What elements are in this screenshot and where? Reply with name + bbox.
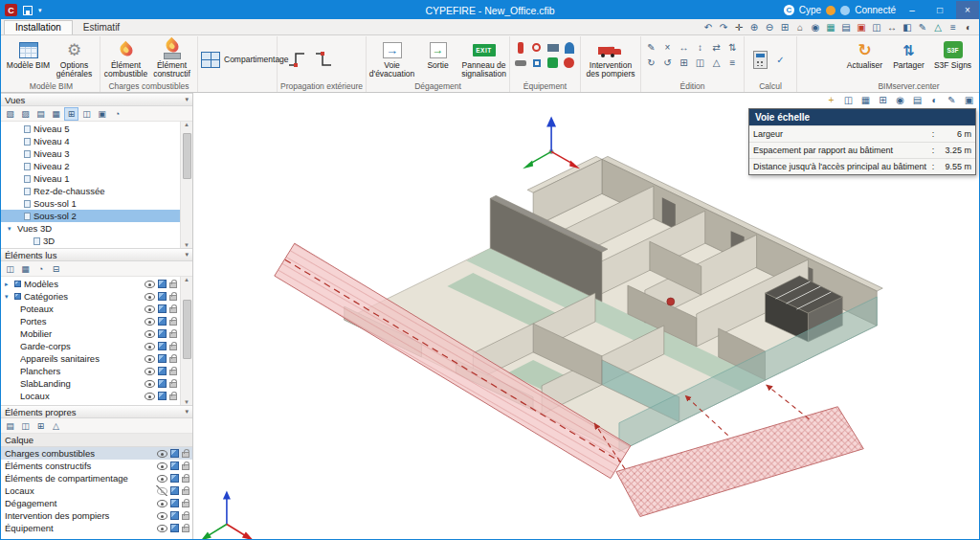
copy-icon[interactable]: ⊞ xyxy=(677,56,691,70)
tree-item-locaux[interactable]: Locaux xyxy=(1,390,180,402)
collapse-icon[interactable]: ▾ xyxy=(185,408,189,416)
tree-item-sous-sol-1[interactable]: Sous-sol 1 xyxy=(1,197,180,210)
expander-icon[interactable]: ▾ xyxy=(8,225,14,233)
zoom-extents-icon[interactable]: ⌂ xyxy=(793,20,807,34)
redo-icon[interactable]: ↷ xyxy=(717,20,730,34)
layer-row-elements-compartimentage[interactable]: Éléments de compartimentage xyxy=(1,472,192,484)
move-v-icon[interactable]: ↕ xyxy=(693,40,707,55)
detector-icon[interactable] xyxy=(529,56,544,70)
intervention-pompiers-button[interactable]: Intervention des pompiers xyxy=(584,37,637,81)
lock-icon[interactable] xyxy=(169,357,177,363)
roof-section-icon[interactable] xyxy=(313,50,334,69)
panneau-signalisation-button[interactable]: EXIT Panneau de signalisation xyxy=(461,37,506,81)
edit-icon[interactable]: ✎ xyxy=(916,20,929,34)
vues-scrollbar[interactable]: ▲▼ xyxy=(180,122,192,248)
eye-off-icon[interactable] xyxy=(156,485,167,496)
frame-icon[interactable]: ▣ xyxy=(963,94,975,106)
eye-icon[interactable] xyxy=(144,279,155,289)
camera-icon[interactable] xyxy=(546,40,560,55)
lock-all-icon[interactable]: ⊟ xyxy=(49,262,63,276)
layer-warning-icon[interactable]: △ xyxy=(49,419,63,433)
expand-all-icon[interactable]: ◫ xyxy=(3,262,17,276)
quick-access-caret-icon[interactable]: ▾ xyxy=(38,7,42,14)
cube-icon[interactable] xyxy=(158,317,167,326)
eye-icon[interactable] xyxy=(144,366,155,376)
3d-viewport[interactable]: + ◫ ▦ ⊞ ◉ ▤ ◐ ✎ ▣ Voie échelle Largeur :… xyxy=(193,93,979,539)
lock-icon[interactable] xyxy=(169,295,177,301)
hose-reel-icon[interactable] xyxy=(529,40,544,55)
layer-add-icon[interactable]: ⊞ xyxy=(33,419,48,433)
cube-icon[interactable] xyxy=(158,304,167,313)
options-generales-button[interactable]: ⚙ Options générales xyxy=(52,37,97,81)
layer-list-icon[interactable]: ▤ xyxy=(3,419,17,433)
minimize-button[interactable]: – xyxy=(901,1,924,19)
hydrant-icon[interactable] xyxy=(562,56,576,70)
collapse-all-icon[interactable]: ▦ xyxy=(18,262,33,276)
help-icon[interactable]: ◐ xyxy=(962,20,975,34)
lock-icon[interactable] xyxy=(169,382,177,388)
cube-icon[interactable] xyxy=(170,511,179,520)
3d-view-icon[interactable]: △ xyxy=(931,20,945,34)
notifications-icon[interactable] xyxy=(840,6,850,15)
layer-row-equipement[interactable]: Équipement xyxy=(1,522,192,534)
elements-propres-panel-header[interactable]: Éléments propres ▾ xyxy=(1,405,192,418)
layer-row-charges-combustibles[interactable]: Charges combustibles xyxy=(1,447,192,460)
cube-icon[interactable] xyxy=(170,486,179,495)
zoom-in-icon[interactable]: ⊕ xyxy=(747,20,761,34)
tab-installation[interactable]: Installation xyxy=(4,20,73,34)
previous-view-icon[interactable]: ◉ xyxy=(809,20,822,34)
view-clock-icon[interactable]: ◔ xyxy=(110,107,124,121)
tree-item-niveau-5[interactable]: Niveau 5 xyxy=(1,123,180,135)
lock-icon[interactable] xyxy=(182,489,189,495)
save-icon[interactable] xyxy=(23,6,33,15)
box-view-icon[interactable]: ◫ xyxy=(842,94,855,106)
cube-icon[interactable] xyxy=(158,379,167,388)
undo-icon[interactable]: ↶ xyxy=(702,20,715,34)
view-filter2-icon[interactable]: ▨ xyxy=(18,107,33,121)
view-plan-icon[interactable]: ▤ xyxy=(33,107,48,121)
tree-item-sous-sol-2-selected[interactable]: Sous-sol 2 xyxy=(1,210,180,222)
lock-icon[interactable] xyxy=(169,320,177,326)
tree-item-vues-3d[interactable]: ▾Vues 3D xyxy=(1,222,180,235)
lock-icon[interactable] xyxy=(169,345,177,350)
check-results-icon[interactable]: ✓ xyxy=(773,53,788,67)
building-model[interactable] xyxy=(345,156,883,451)
elements-lus-scrollbar[interactable]: ▲▼ xyxy=(180,277,192,405)
eye-icon[interactable] xyxy=(144,291,155,302)
collapse-icon[interactable]: ▾ xyxy=(185,251,189,259)
eye-icon[interactable] xyxy=(156,510,167,521)
eye-icon[interactable] xyxy=(144,328,155,339)
expander-icon[interactable]: ▾ xyxy=(5,293,11,301)
layer-row-locaux[interactable]: Locaux xyxy=(1,484,192,497)
list-icon[interactable]: ≡ xyxy=(947,20,960,34)
dry-column-icon[interactable] xyxy=(513,56,527,70)
layer-row-degagement[interactable]: Dégagement xyxy=(1,497,192,509)
visibility-all-icon[interactable]: ◔ xyxy=(33,262,48,276)
measure-icon[interactable]: ↔ xyxy=(885,20,899,34)
compartimentage-button[interactable]: Compartimentage xyxy=(201,37,274,81)
app-logo-icon[interactable]: C xyxy=(5,4,17,16)
view-grid-icon[interactable]: ▦ xyxy=(49,107,63,121)
cube-icon[interactable] xyxy=(158,354,167,363)
actualiser-button[interactable]: ↻ Actualiser xyxy=(843,37,886,81)
account-name[interactable]: Cype xyxy=(799,5,821,15)
eye-icon[interactable] xyxy=(144,316,155,326)
list-edit-icon[interactable]: ≡ xyxy=(725,56,740,70)
cube-icon[interactable] xyxy=(170,449,179,458)
target-icon[interactable]: ◉ xyxy=(894,94,906,106)
measure-icon[interactable]: △ xyxy=(709,56,724,70)
cube-icon[interactable] xyxy=(170,461,179,470)
bimserver-sync-icon[interactable] xyxy=(826,6,835,15)
facade-section-icon[interactable] xyxy=(286,50,307,69)
lock-icon[interactable] xyxy=(182,464,189,470)
s3f-signs-button[interactable]: S3F S3F Signs xyxy=(931,37,974,81)
tree-item-slablanding[interactable]: SlabLanding xyxy=(1,377,180,390)
tree-item-categories[interactable]: ▾Catégories xyxy=(1,290,180,303)
tree-item-planchers[interactable]: Planchers xyxy=(1,365,180,377)
tree-item-niveau-4[interactable]: Niveau 4 xyxy=(1,135,180,147)
lock-icon[interactable] xyxy=(169,394,177,400)
tree-item-niveau-2[interactable]: Niveau 2 xyxy=(1,160,180,172)
lock-icon[interactable] xyxy=(182,527,189,532)
layers-icon[interactable]: ▤ xyxy=(911,94,924,106)
layers-icon[interactable]: ◫ xyxy=(870,20,883,34)
